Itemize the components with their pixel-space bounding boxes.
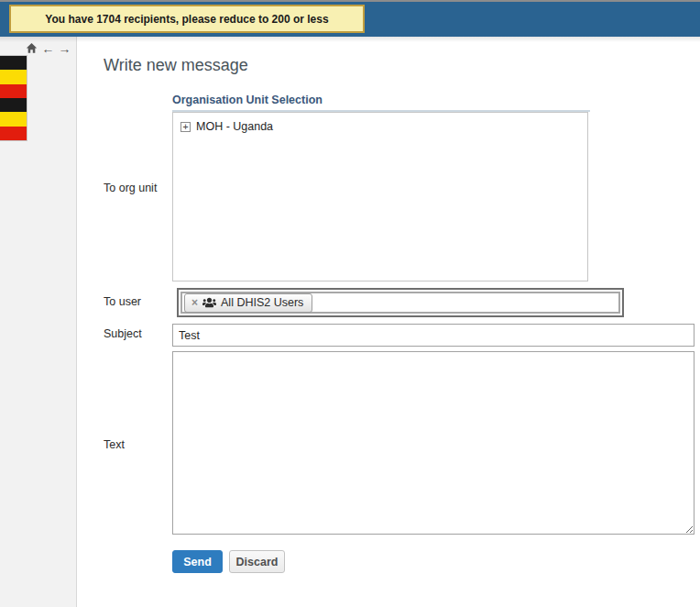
tree-nav-controls: ← → [25, 41, 71, 55]
expand-icon[interactable]: + [180, 122, 191, 132]
org-unit-section-title: Organisation Unit Selection [172, 94, 590, 112]
flag-stripe [0, 84, 27, 98]
sidebar: ← → [0, 37, 77, 607]
to-user-field: × All DHIS2 Users [177, 288, 624, 317]
recipient-chip-label: All DHIS2 Users [221, 296, 303, 309]
page-title: Write new message [104, 56, 248, 75]
forward-arrow-icon[interactable]: → [58, 41, 71, 55]
home-icon[interactable] [25, 41, 38, 55]
flag-stripe [0, 127, 27, 140]
recipients-warning-banner: You have 1704 recipients, please reduce … [9, 5, 365, 33]
back-arrow-icon[interactable]: ← [41, 41, 55, 55]
discard-button[interactable]: Discard [229, 550, 285, 573]
to-user-label: To user [104, 295, 141, 308]
message-text-input[interactable] [172, 351, 695, 535]
subject-input[interactable] [172, 324, 695, 347]
subject-label: Subject [104, 327, 142, 340]
recipient-chip: × All DHIS2 Users [184, 293, 312, 313]
main-content: Write new message Organisation Unit Sele… [77, 37, 700, 607]
tree-node-label[interactable]: MOH - Uganda [196, 120, 273, 133]
remove-recipient-icon[interactable]: × [191, 296, 198, 309]
flag-stripe [0, 56, 27, 70]
org-unit-tree: + MOH - Uganda [172, 112, 588, 281]
to-user-input-area[interactable]: × All DHIS2 Users [180, 292, 620, 314]
send-button[interactable]: Send [172, 550, 223, 573]
text-label: Text [104, 438, 125, 451]
users-icon [202, 297, 216, 308]
flag-stripe [0, 70, 27, 83]
recipients-warning-text: You have 1704 recipients, please reduce … [45, 13, 328, 26]
tree-node-root[interactable]: + MOH - Uganda [180, 120, 587, 133]
flag-stripe [0, 98, 27, 112]
uganda-flag [0, 55, 27, 141]
to-org-unit-label: To org unit [104, 182, 157, 194]
flag-stripe [0, 112, 27, 126]
